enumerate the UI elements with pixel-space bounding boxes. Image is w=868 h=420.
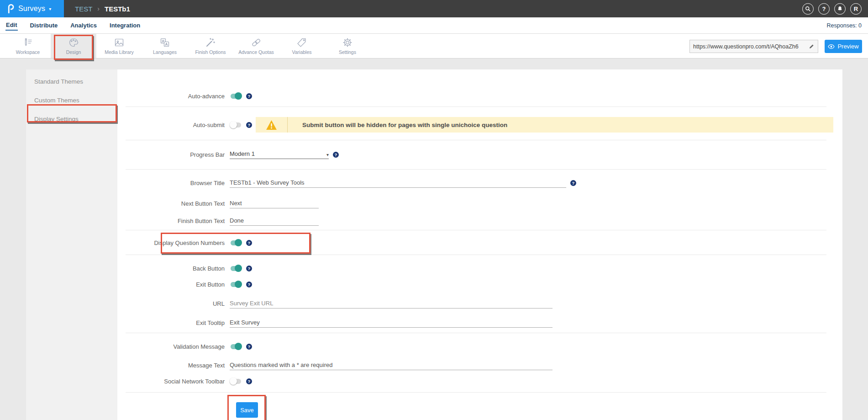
browser-title-input[interactable] [230,178,566,188]
exit-url-input[interactable] [230,299,552,308]
media-library-icon [114,37,125,48]
toolbar-item-label: Media Library [105,49,134,55]
gear-icon [342,37,353,48]
back-button-label: Back Button [117,265,225,272]
help-icon[interactable]: ? [333,152,339,158]
display-question-numbers-toggle[interactable] [231,240,241,245]
toolbar-item-languages[interactable]: Languages [142,34,188,58]
magic-wand-icon [205,37,216,48]
social-network-toolbar-label: Social Network Toolbar [117,378,225,385]
top-header-bar: Surveys ▾ TEST › TESTb1 ? R [0,0,868,17]
auto-advance-label: Auto-advance [117,93,225,100]
chevron-down-icon: ▾ [49,6,51,11]
divider [126,333,826,333]
tab-integration[interactable]: Integration [109,21,141,30]
tab-analytics[interactable]: Analytics [70,21,97,30]
header-actions: ? R [802,3,868,15]
message-text-input[interactable] [230,361,552,370]
survey-link-box [689,40,818,53]
toolbar-item-finish-options[interactable]: Finish Options [188,34,233,58]
help-icon[interactable]: ? [246,93,252,99]
next-button-text-input[interactable] [230,199,319,208]
exit-url-row: URL [117,298,842,309]
help-icon[interactable]: ? [570,180,576,186]
sidebar-item-display-settings[interactable]: Display Settings [26,110,117,128]
social-network-toolbar-row: Social Network Toolbar ? [117,376,842,387]
exit-url-label: URL [117,300,225,307]
exit-button-row: Exit Button ? [117,279,842,290]
notifications-bell-icon[interactable] [834,3,846,15]
sidebar-item-standard-themes[interactable]: Standard Themes [26,72,117,91]
display-question-numbers-label: Display Question Numbers [117,239,225,246]
breadcrumb-current: TESTb1 [105,5,130,13]
toolbar-item-workspace[interactable]: Workspace [5,34,51,58]
tab-distribute[interactable]: Distribute [30,21,58,30]
auto-advance-toggle[interactable] [231,94,241,99]
workspace-icon [22,37,33,48]
help-icon[interactable]: ? [246,122,252,128]
breadcrumb-separator: › [97,5,100,12]
toolbar-item-media-library[interactable]: Media Library [96,34,142,58]
section-tabs: Edit Distribute Analytics Integration Re… [0,17,868,33]
exit-tooltip-input[interactable] [230,318,552,328]
progress-bar-label: Progress Bar [117,151,225,158]
design-palette-icon [68,37,79,48]
progress-bar-select[interactable]: Modern 1 ▾ [230,150,329,159]
avatar[interactable]: R [850,3,862,15]
survey-link-input[interactable] [693,43,806,50]
browser-title-row: Browser Title ? [117,177,842,188]
responses-count: Responses: 0 [827,22,863,29]
next-button-text-row: Next Button Text [117,198,842,209]
toolbar-item-label: Advance Quotas [238,49,274,55]
validation-message-row: Validation Message ? [117,341,842,352]
validation-message-label: Validation Message [117,343,225,350]
back-button-toggle[interactable] [231,266,241,271]
chain-link-icon [251,37,262,48]
edit-link-pencil-icon[interactable] [809,43,815,49]
finish-button-text-label: Finish Button Text [117,218,225,224]
divider [126,106,826,107]
exit-button-toggle[interactable] [231,282,241,287]
message-text-row: Message Text [117,360,842,371]
auto-submit-toggle[interactable] [231,122,241,128]
design-sidebar: Standard Themes Custom Themes Display Se… [26,69,117,420]
toolbar-item-label: Languages [153,49,177,55]
divider [126,230,826,230]
divider [126,140,826,140]
breadcrumb-parent[interactable]: TEST [75,5,92,13]
surveys-menu-label: Surveys [18,5,45,13]
preview-button-label: Preview [837,43,858,50]
validation-message-toggle[interactable] [231,344,241,349]
display-settings-panel: Auto-advance ? Auto-submit ? Submit butt… [117,69,842,420]
help-icon[interactable]: ? [246,378,252,384]
preview-button[interactable]: Preview [825,40,862,53]
save-button[interactable]: Save [236,402,258,418]
help-icon[interactable]: ? [246,282,252,287]
auto-submit-row: Auto-submit ? Submit button will be hidd… [117,117,842,133]
help-icon[interactable]: ? [246,240,252,246]
tab-edit[interactable]: Edit [5,20,18,31]
message-text-label: Message Text [117,362,225,369]
help-icon[interactable]: ? [818,3,830,15]
display-question-numbers-row: Display Question Numbers ? [117,237,842,248]
help-icon[interactable]: ? [246,266,252,271]
toolbar-item-variables[interactable]: Variables [279,34,325,58]
toolbar-item-design[interactable]: Design [51,34,96,58]
exit-tooltip-label: Exit Tooltip [117,319,225,326]
search-icon[interactable] [802,3,814,15]
toolbar-item-advance-quotas[interactable]: Advance Quotas [233,34,279,58]
auto-submit-warning: Submit button will be hidden for pages w… [256,117,833,133]
toolbar-item-label: Variables [292,49,312,55]
auto-submit-label: Auto-submit [117,122,225,128]
finish-button-text-input[interactable] [230,216,319,226]
surveys-menu[interactable]: Surveys ▾ [0,0,64,17]
sidebar-item-custom-themes[interactable]: Custom Themes [26,91,117,110]
chevron-down-icon: ▾ [326,152,329,157]
toolbar-item-settings[interactable]: Settings [325,34,370,58]
tag-icon [296,37,307,48]
back-button-row: Back Button ? [117,263,842,274]
help-icon[interactable]: ? [246,344,252,350]
social-network-toolbar-toggle[interactable] [231,379,241,384]
toolbar-item-label: Finish Options [195,49,226,55]
eye-icon [828,44,835,49]
